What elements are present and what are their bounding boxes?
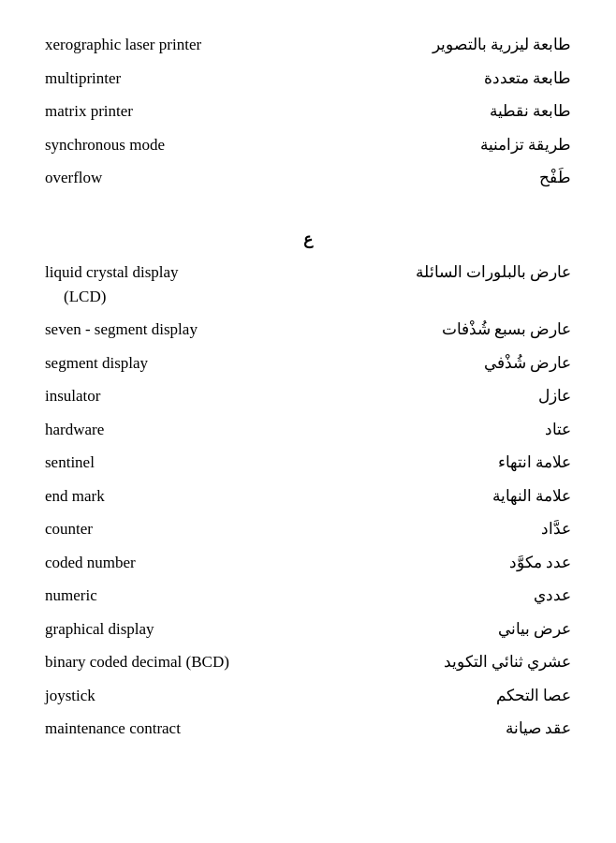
- list-item: segment displayعارض شُذْفي: [37, 347, 579, 380]
- english-term: matrix printer: [37, 95, 281, 128]
- arabic-term: عازل: [281, 379, 579, 413]
- arabic-term: عصا التحكم: [281, 679, 579, 713]
- english-term: liquid crystal display(LCD): [37, 256, 281, 313]
- dictionary-table: xerographic laser printerطابعة ليزرية با…: [37, 28, 579, 746]
- list-item: graphical displayعرض بياني: [37, 613, 579, 646]
- list-item: liquid crystal display(LCD)عارض بالبلورا…: [37, 256, 579, 313]
- arabic-term: عدد مكوَّد: [281, 546, 579, 580]
- arabic-term: عشري ثنائي التكويد: [281, 645, 579, 679]
- english-term: hardware: [37, 413, 281, 447]
- english-term: coded number: [37, 546, 281, 580]
- english-term: synchronous mode: [37, 128, 281, 162]
- english-term: insulator: [37, 379, 281, 413]
- list-item: maintenance contractعقد صيانة: [37, 712, 579, 746]
- arabic-term: عتاد: [281, 413, 579, 447]
- list-item: xerographic laser printerطابعة ليزرية با…: [37, 28, 579, 62]
- english-term: segment display: [37, 347, 281, 380]
- list-item: counterعدَّاد: [37, 512, 579, 546]
- arabic-term: علامة النهاية: [281, 480, 579, 513]
- english-term: numeric: [37, 579, 281, 613]
- arabic-term: عددي: [281, 579, 579, 613]
- arabic-term: طريقة تزامنية: [281, 128, 579, 162]
- arabic-term: علامة انتهاء: [281, 446, 579, 480]
- english-term: xerographic laser printer: [37, 28, 281, 62]
- list-item: multiprinterطابعة متعددة: [37, 62, 579, 96]
- english-term: joystick: [37, 679, 281, 713]
- arabic-term: عارض بسبع شُذْفات: [281, 313, 579, 347]
- arabic-term: طابعة نقطية: [281, 95, 579, 128]
- list-item: binary coded decimal (BCD)عشري ثنائي الت…: [37, 645, 579, 679]
- english-term: sentinel: [37, 446, 281, 480]
- english-term: end mark: [37, 480, 281, 513]
- list-item: overflowطَفْح: [37, 161, 579, 195]
- arabic-term: طابعة ليزرية بالتصوير: [281, 28, 579, 62]
- list-item: hardwareعتاد: [37, 413, 579, 447]
- arabic-term: عدَّاد: [281, 512, 579, 546]
- list-item: synchronous modeطريقة تزامنية: [37, 128, 579, 162]
- list-item: matrix printerطابعة نقطية: [37, 95, 579, 128]
- english-term: seven - segment display: [37, 313, 281, 347]
- english-term: multiprinter: [37, 62, 281, 96]
- arabic-term: عارض شُذْفي: [281, 347, 579, 380]
- list-item: insulatorعازل: [37, 379, 579, 413]
- english-term: maintenance contract: [37, 712, 281, 746]
- english-term: counter: [37, 512, 281, 546]
- section-letter-1: ع: [37, 223, 579, 257]
- list-item: seven - segment displayعارض بسبع شُذْفات: [37, 313, 579, 347]
- arabic-term: عارض بالبلورات السائلة: [281, 256, 579, 313]
- english-term: overflow: [37, 161, 281, 195]
- arabic-term: عقد صيانة: [281, 712, 579, 746]
- english-term: binary coded decimal (BCD): [37, 645, 281, 679]
- arabic-term: طَفْح: [281, 161, 579, 195]
- arabic-term: عرض بياني: [281, 613, 579, 646]
- list-item: end markعلامة النهاية: [37, 480, 579, 513]
- list-item: coded numberعدد مكوَّد: [37, 546, 579, 580]
- english-term: graphical display: [37, 613, 281, 646]
- list-item: joystickعصا التحكم: [37, 679, 579, 713]
- list-item: sentinelعلامة انتهاء: [37, 446, 579, 480]
- arabic-term: طابعة متعددة: [281, 62, 579, 96]
- list-item: numericعددي: [37, 579, 579, 613]
